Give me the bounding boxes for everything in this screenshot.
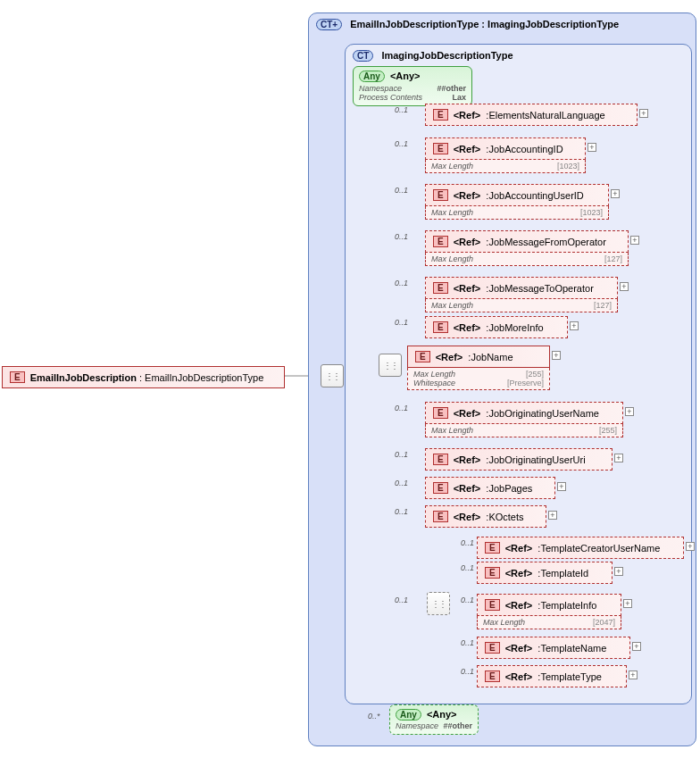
el-elements-natural-language[interactable]: E <Ref> : ElementsNaturalLanguage: [425, 104, 638, 126]
el-koctets[interactable]: E<Ref> : KOctets: [425, 505, 546, 528]
el-template-id[interactable]: E<Ref> : TemplateId: [477, 562, 612, 584]
expand-icon[interactable]: +: [557, 482, 566, 491]
expand-icon[interactable]: +: [620, 282, 629, 291]
expand-icon[interactable]: +: [548, 511, 557, 520]
expand-icon[interactable]: +: [614, 454, 623, 462]
el-job-name[interactable]: E<Ref> : JobName Max Length[255] Whitesp…: [407, 346, 550, 390]
ct-inner-title: CT ImagingJobDescriptionType: [353, 50, 686, 62]
element-badge: E: [10, 371, 25, 383]
el-template-name[interactable]: E<Ref> : TemplateName: [477, 637, 630, 659]
expand-icon[interactable]: +: [552, 351, 561, 360]
el-job-originating-user-uri[interactable]: E<Ref> : JobOriginatingUserUri: [425, 448, 612, 471]
expand-icon[interactable]: +: [630, 236, 639, 245]
expand-icon[interactable]: +: [629, 671, 638, 679]
expand-icon[interactable]: +: [623, 599, 632, 608]
sequence-template[interactable]: [427, 592, 450, 615]
ct-badge: CT: [353, 50, 373, 62]
sequence-outer[interactable]: [321, 364, 344, 387]
root-element[interactable]: E EmailInJobDescription : EmailInJobDesc…: [2, 366, 285, 388]
el-job-more-info[interactable]: E<Ref> : JobMoreInfo: [425, 316, 568, 338]
sequence-inner[interactable]: [379, 354, 402, 377]
diagram-canvas: E EmailInJobDescription : EmailInJobDesc…: [0, 0, 700, 758]
el-job-message-from-operator[interactable]: E<Ref> : JobMessageFromOperator Max Leng…: [425, 230, 629, 266]
expand-icon[interactable]: +: [570, 321, 579, 330]
root-element-label: EmailInJobDescription : EmailInJobDescri…: [30, 372, 264, 383]
any-extension: Any<Any> Namespace ##other: [389, 704, 479, 735]
el-template-type[interactable]: E<Ref> : TemplateType: [477, 665, 627, 687]
expand-icon[interactable]: +: [588, 143, 596, 152]
expand-icon[interactable]: +: [625, 407, 634, 416]
ct-outer-title: CT+ EmailInJobDescriptionType : ImagingJ…: [316, 19, 690, 30]
el-job-originating-user-name[interactable]: E<Ref> : JobOriginatingUserName Max Leng…: [425, 402, 623, 437]
ct-badge: CT+: [316, 19, 342, 30]
el-job-pages[interactable]: E<Ref> : JobPages: [425, 477, 555, 499]
el-template-info[interactable]: E<Ref> : TemplateInfo Max Length[2047]: [477, 594, 621, 629]
el-job-message-to-operator[interactable]: E<Ref> : JobMessageToOperator Max Length…: [425, 277, 618, 312]
expand-icon[interactable]: +: [614, 567, 623, 576]
any-title: <Any>: [390, 71, 421, 81]
expand-icon[interactable]: +: [632, 642, 641, 651]
expand-icon[interactable]: +: [611, 189, 620, 198]
any-badge: Any: [359, 71, 385, 82]
expand-icon[interactable]: +: [639, 109, 648, 118]
el-template-creator-user-name[interactable]: E<Ref> : TemplateCreatorUserName: [477, 537, 684, 559]
el-job-accounting-id[interactable]: E<Ref> : JobAccountingID Max Length[1023…: [425, 137, 586, 173]
expand-icon[interactable]: +: [686, 542, 695, 551]
el-job-accounting-userid[interactable]: E<Ref> : JobAccountingUserID Max Length[…: [425, 184, 609, 220]
any-block: Any<Any> Namespace ##other Process Conte…: [353, 66, 472, 106]
